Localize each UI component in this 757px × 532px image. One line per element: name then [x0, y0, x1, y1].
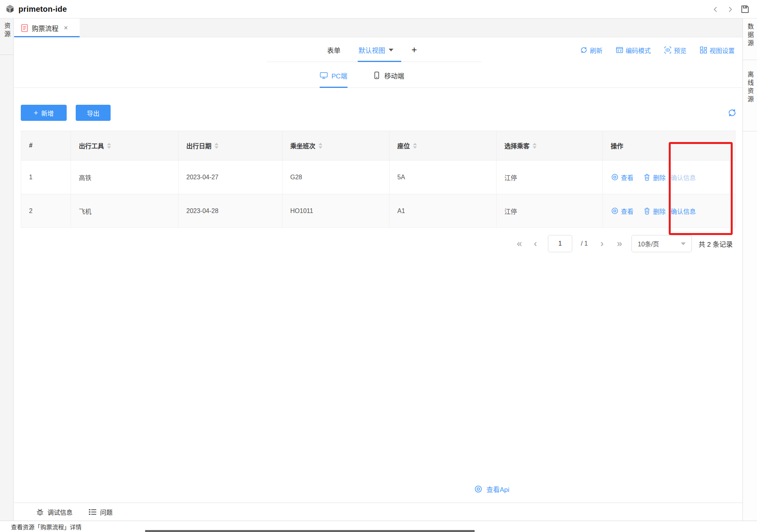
cell-travel-date: 2023-04-27	[178, 160, 282, 194]
export-button[interactable]: 导出	[76, 105, 111, 121]
problems-label: 问题	[100, 507, 113, 517]
last-page-button[interactable]: »	[616, 239, 623, 248]
records-table: # 出行工具 出行日期 乘坐班次 座位 选择乘客 操作 1 高铁 2023-04…	[21, 131, 735, 228]
add-button-label: 新增	[41, 108, 54, 118]
eye-icon	[611, 173, 619, 181]
col-travel-tool: 出行工具	[71, 131, 178, 160]
trash-icon	[643, 207, 651, 215]
code-mode-button[interactable]: 编码模式	[616, 46, 651, 55]
page-size-value: 10条/页	[638, 239, 659, 248]
view-settings-icon	[700, 46, 707, 54]
cell-seat: A1	[389, 194, 497, 228]
table-row: 2 飞机 2023-04-28 HO1011 A1 江停 查看 删除	[21, 194, 735, 228]
view-api-link[interactable]: 查看Api	[474, 484, 510, 494]
refresh-icon	[580, 46, 588, 54]
bottom-panel-bar: 调试信息 问题	[14, 503, 742, 521]
total-records-label: 共 2 条记录	[699, 239, 733, 249]
sidebar-item-offline-resources[interactable]: 离线资源	[743, 60, 757, 131]
list-icon	[88, 508, 97, 516]
sidebar-item-resources[interactable]: 资源	[0, 18, 13, 55]
debug-info-label: 调试信息	[47, 507, 73, 517]
cell-passenger: 江停	[497, 194, 603, 228]
sort-icon[interactable]	[215, 143, 218, 149]
tab-default-view[interactable]: 默认视图	[358, 37, 393, 63]
export-button-label: 导出	[87, 108, 99, 118]
problems-button[interactable]: 问题	[88, 507, 113, 517]
refresh-button[interactable]: 刷新	[580, 46, 602, 55]
view-tab-active-indicator	[358, 61, 401, 62]
view-settings-label: 视图设置	[710, 46, 735, 55]
cell-index: 2	[21, 194, 71, 228]
tab-pc-label: PC端	[331, 71, 348, 80]
sort-icon[interactable]	[107, 143, 111, 149]
confirm-info-link[interactable]: 确认信息	[671, 206, 696, 216]
tab-pc[interactable]: PC端	[320, 63, 348, 88]
monitor-icon	[320, 71, 328, 79]
cell-train-number: HO1011	[282, 194, 389, 228]
sort-icon[interactable]	[413, 143, 417, 149]
tab-form[interactable]: 表单	[327, 37, 340, 63]
total-pages-label: / 1	[581, 240, 588, 247]
resources-label: 资源	[2, 22, 11, 55]
right-sidebar: 数据源 离线资源	[742, 18, 757, 521]
table-header: # 出行工具 出行日期 乘坐班次 座位 选择乘客 操作	[21, 131, 735, 160]
cell-seat: 5A	[389, 160, 497, 194]
preview-icon	[664, 46, 671, 54]
eye-icon	[474, 485, 482, 493]
code-mode-label: 编码模式	[626, 46, 651, 55]
ide-window: primeton-ide 资源 数据源 离线资源 购票流程 ✕	[0, 0, 757, 532]
cell-train-number: G28	[282, 160, 389, 194]
trash-icon	[643, 173, 651, 181]
view-link[interactable]: 查看	[611, 206, 633, 216]
view-bar: 表单 默认视图 + 刷新 编码模式	[14, 37, 742, 63]
tab-label: 购票流程	[32, 23, 58, 33]
history-back-icon[interactable]	[712, 5, 720, 13]
sort-icon[interactable]	[533, 143, 537, 149]
tab-mobile-label: 移动端	[384, 71, 404, 80]
eye-icon	[611, 207, 619, 215]
confirm-info-link: 确认信息	[671, 173, 696, 182]
add-button[interactable]: + 新增	[21, 105, 67, 121]
cell-travel-date: 2023-04-28	[178, 194, 282, 228]
sidebar-item-datasource[interactable]: 数据源	[743, 18, 757, 60]
history-forward-icon[interactable]	[726, 5, 734, 13]
bug-icon	[36, 508, 44, 516]
pagination: « ‹ / 1 › » 10条/页 共 2 条记录	[516, 235, 733, 252]
refresh-label: 刷新	[590, 46, 602, 55]
tab-close-icon[interactable]: ✕	[64, 25, 68, 31]
tab-ticket-flow[interactable]: 购票流程 ✕	[14, 18, 80, 37]
sort-icon[interactable]	[318, 143, 322, 149]
preview-button[interactable]: 预览	[664, 46, 686, 55]
editor-tab-strip: 购票流程 ✕	[14, 18, 742, 37]
col-passenger: 选择乘客	[497, 131, 603, 160]
save-icon[interactable]	[740, 4, 750, 14]
app-logo-icon	[5, 4, 15, 15]
view-settings-button[interactable]: 视图设置	[700, 46, 735, 55]
delete-link[interactable]: 删除	[643, 173, 666, 182]
cell-actions: 查看 删除 确认信息	[603, 160, 735, 194]
tab-mobile[interactable]: 移动端	[373, 63, 404, 88]
first-page-button[interactable]: «	[516, 239, 523, 248]
col-index: #	[21, 131, 71, 160]
offline-resources-label: 离线资源	[745, 71, 755, 131]
cell-passenger: 江停	[497, 160, 603, 194]
page-number-input[interactable]	[548, 235, 572, 252]
device-bar: PC端 移动端	[14, 63, 742, 88]
chevron-down-icon[interactable]	[389, 49, 393, 51]
view-api-label: 查看Api	[486, 484, 510, 494]
table-row: 1 高铁 2023-04-27 G28 5A 江停 查看 删除	[21, 160, 735, 194]
document-icon	[21, 24, 28, 32]
debug-info-button[interactable]: 调试信息	[36, 507, 73, 517]
prev-page-button[interactable]: ‹	[533, 239, 538, 248]
delete-link[interactable]: 删除	[643, 206, 666, 216]
page-size-select[interactable]: 10条/页	[631, 235, 692, 252]
chevron-down-icon	[681, 242, 686, 245]
next-page-button[interactable]: ›	[600, 239, 604, 248]
table-refresh-icon[interactable]	[728, 108, 737, 117]
tab-form-label: 表单	[327, 45, 340, 55]
col-travel-date: 出行日期	[178, 131, 282, 160]
cell-travel-tool: 飞机	[71, 194, 178, 228]
add-view-button[interactable]: +	[411, 44, 417, 56]
datasource-label: 数据源	[745, 23, 755, 60]
view-link[interactable]: 查看	[611, 173, 633, 182]
